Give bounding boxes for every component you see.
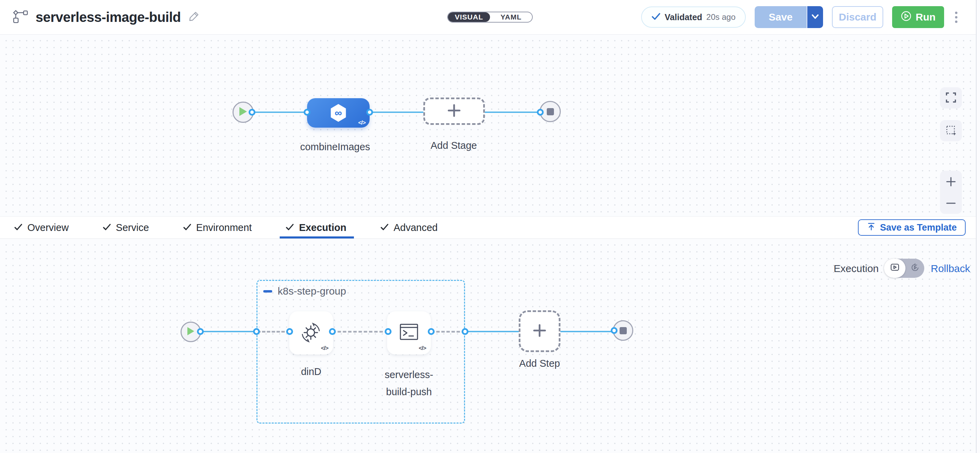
check-icon: [183, 222, 191, 233]
pipeline-studio: serverless-image-build VISUAL YAML Valid…: [0, 0, 980, 453]
connector-port[interactable]: [253, 328, 260, 335]
edge-line: [370, 112, 426, 113]
plus-icon: [447, 103, 461, 120]
connector-port[interactable]: [197, 328, 204, 335]
stage-canvas: ∞ </> combineImages Add Stage: [0, 35, 980, 216]
run-label: Run: [916, 11, 935, 23]
zoom-panel: [940, 171, 962, 214]
execution-view-segment[interactable]: [884, 258, 905, 278]
zoom-out-button[interactable]: [940, 192, 962, 214]
connector-port[interactable]: [286, 328, 293, 335]
connector-port[interactable]: [385, 328, 391, 335]
connector-port[interactable]: [304, 109, 310, 116]
tab-overview[interactable]: Overview: [14, 217, 69, 238]
stop-icon: [620, 327, 627, 334]
execution-view-label: Execution: [834, 263, 879, 274]
stop-icon: [547, 108, 554, 115]
vertical-scrollbar[interactable]: [976, 0, 980, 453]
code-icon[interactable]: </>: [358, 120, 366, 126]
check-icon: [286, 222, 294, 233]
add-step-label[interactable]: Add Step: [509, 358, 570, 369]
header-actions: Validated 20s ago Save Discard: [641, 6, 959, 28]
connector-port[interactable]: [537, 109, 544, 116]
connector-port[interactable]: [366, 109, 373, 116]
chevron-down-icon: [811, 14, 819, 21]
step-node-serverless-build-push[interactable]: </>: [387, 311, 431, 354]
check-icon: [103, 222, 111, 233]
ci-stage-hexagon-icon: ∞: [330, 104, 347, 122]
edge-line-dashed: [257, 331, 290, 333]
page-title: serverless-image-build: [35, 10, 181, 25]
marquee-select-button[interactable]: [940, 120, 962, 141]
code-icon[interactable]: </>: [418, 345, 426, 352]
edge-line-dashed: [332, 331, 388, 333]
rollback-link[interactable]: Rollback: [931, 263, 970, 274]
add-step-node[interactable]: [519, 310, 560, 352]
tab-execution[interactable]: Execution: [286, 217, 346, 238]
edge-line: [560, 331, 614, 332]
play-icon: [239, 107, 248, 118]
save-button[interactable]: Save: [755, 6, 807, 28]
connector-port[interactable]: [461, 328, 468, 335]
connector-port[interactable]: [611, 327, 617, 334]
header-title-group: serverless-image-build: [12, 9, 199, 25]
edge-line: [252, 112, 307, 113]
execution-view-icon: [891, 263, 899, 273]
code-icon[interactable]: </>: [321, 345, 328, 352]
edge-line: [484, 112, 540, 113]
save-as-template-button[interactable]: Save as Template: [858, 219, 966, 236]
validated-label: Validated: [665, 12, 702, 22]
step-label-dind[interactable]: dinD: [280, 366, 342, 377]
marquee-selection-icon: [946, 125, 956, 137]
run-button[interactable]: Run: [892, 6, 944, 28]
add-stage-label[interactable]: Add Stage: [420, 140, 488, 151]
connector-port[interactable]: [329, 328, 336, 335]
execution-canvas: Execution: [0, 239, 980, 453]
canvas-controls: [940, 87, 962, 214]
edit-pencil-icon[interactable]: [188, 11, 199, 23]
edge-line: [465, 331, 519, 332]
fit-to-screen-button[interactable]: [940, 87, 962, 108]
rollback-view-segment[interactable]: [905, 258, 924, 278]
edge-line-dashed: [431, 331, 465, 333]
step-group-label[interactable]: k8s-step-group: [278, 286, 346, 297]
validated-badge[interactable]: Validated 20s ago: [641, 6, 746, 28]
fullscreen-icon: [946, 93, 956, 104]
run-play-icon: [900, 11, 912, 24]
terminal-icon: [398, 322, 420, 343]
template-upload-icon: [867, 222, 876, 233]
connector-port[interactable]: [248, 109, 255, 116]
step-group-k8s[interactable]: [256, 280, 465, 424]
validated-time: 20s ago: [706, 12, 735, 22]
docker-in-docker-icon: [300, 321, 323, 345]
plus-icon: [532, 323, 547, 340]
add-stage-node[interactable]: [423, 97, 485, 125]
step-node-dind[interactable]: </>: [289, 311, 333, 354]
edge-line: [200, 331, 256, 332]
collapse-group-icon[interactable]: [263, 290, 272, 292]
stage-node-combineimages[interactable]: ∞ </>: [307, 98, 370, 128]
zoom-in-button[interactable]: [940, 171, 962, 192]
check-icon: [380, 222, 389, 233]
check-icon: [14, 222, 22, 233]
header-bar: serverless-image-build VISUAL YAML Valid…: [0, 0, 980, 35]
save-options-caret[interactable]: [807, 6, 823, 28]
kebab-menu-icon[interactable]: [953, 10, 959, 25]
play-icon: [187, 326, 195, 337]
connector-port[interactable]: [428, 328, 434, 335]
pipeline-icon: [12, 9, 28, 25]
stage-config-tabs: Overview Service Environment Execution A…: [0, 216, 980, 239]
step-label-serverless-build-push[interactable]: serverless-build-push: [377, 366, 441, 400]
visual-yaml-toggle: VISUAL YAML: [447, 12, 533, 22]
tab-advanced[interactable]: Advanced: [380, 217, 438, 238]
tab-environment[interactable]: Environment: [183, 217, 252, 238]
toggle-yaml[interactable]: YAML: [490, 12, 532, 22]
stage-label[interactable]: combineImages: [280, 141, 390, 153]
execution-rollback-toggle[interactable]: [884, 258, 924, 278]
rollback-icon: [911, 263, 920, 273]
tab-service[interactable]: Service: [103, 217, 149, 238]
discard-button[interactable]: Discard: [832, 6, 883, 28]
save-split-button: Save: [755, 6, 823, 28]
check-icon: [651, 12, 661, 22]
toggle-visual[interactable]: VISUAL: [448, 12, 490, 22]
